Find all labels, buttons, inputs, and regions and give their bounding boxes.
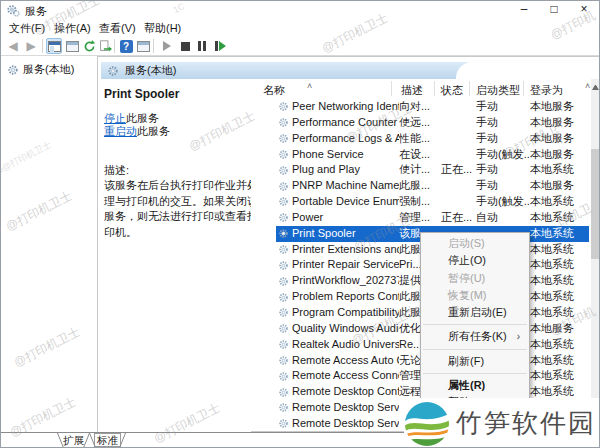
cell-logon: 本地系统 bbox=[530, 305, 589, 321]
cell-name: PrintWorkflow_20273729 bbox=[276, 273, 399, 289]
cell-logon: 本地系统 bbox=[530, 289, 589, 305]
menu-item[interactable]: 刷新(F) bbox=[421, 353, 529, 370]
start-service-icon[interactable] bbox=[159, 38, 175, 54]
table-row[interactable]: PNRP Machine Name Pu... 此服... 手动 本地服务 bbox=[276, 178, 589, 194]
tab-extended[interactable]: 扩展 bbox=[57, 433, 90, 448]
cell-logon: 本地系统 bbox=[530, 273, 589, 289]
menu-separator bbox=[423, 349, 527, 350]
cell-status: 正在... bbox=[441, 210, 476, 226]
gear-icon bbox=[278, 149, 289, 160]
help-icon[interactable]: ? bbox=[118, 38, 134, 54]
pause-service-icon[interactable] bbox=[194, 38, 210, 54]
table-row[interactable]: Portable Device Enumera... 强制... 手动(触发..… bbox=[276, 194, 589, 210]
cell-desc: 此服... bbox=[399, 178, 441, 194]
gear-icon bbox=[278, 371, 289, 382]
table-row[interactable]: Power 管理... 正在... 自动 本地系统 bbox=[276, 210, 589, 226]
toolbar: ◀ ▶ ? bbox=[1, 36, 599, 56]
restart-service-line: 重启动此服务 bbox=[104, 125, 170, 138]
col-header-desc[interactable]: 描述 bbox=[401, 83, 423, 98]
menu-item[interactable]: 所有任务(K)› bbox=[421, 328, 529, 345]
restart-service-icon[interactable] bbox=[212, 38, 228, 54]
gear-icon bbox=[278, 323, 289, 334]
cell-logon: 本地服务 bbox=[530, 99, 589, 115]
gear-icon bbox=[278, 339, 289, 350]
menu-help[interactable]: 帮助(H) bbox=[144, 21, 181, 36]
table-row[interactable]: Plug and Play 使计... 正在... 手动 本地系统 bbox=[276, 162, 589, 178]
cell-name: Printer Extensions and N... bbox=[276, 242, 399, 258]
maximize-button[interactable]: □ bbox=[539, 1, 569, 20]
service-info-pane: Print Spooler 停止此服务 重启动此服务 描述: 该服务在后台执行打… bbox=[101, 79, 251, 432]
menu-item: 启动(S) bbox=[421, 235, 529, 252]
cell-logon: 本地系统 bbox=[530, 210, 589, 226]
sort-ascending-icon: ˄ bbox=[307, 81, 312, 91]
cell-desc: 使远... bbox=[399, 115, 441, 131]
cell-logon: 本地系统 bbox=[530, 353, 589, 369]
restart-service-link[interactable]: 重启动 bbox=[104, 125, 137, 137]
stop-service-suffix: 此服务 bbox=[126, 112, 159, 124]
menu-item: 恢复(M) bbox=[421, 287, 529, 304]
minimize-button[interactable]: – bbox=[509, 1, 539, 20]
export-list-icon[interactable] bbox=[97, 38, 113, 54]
table-row[interactable]: Performance Logs & Aler... 性能... 手动 本地服务 bbox=[276, 131, 589, 147]
cell-status bbox=[441, 99, 476, 115]
menu-item[interactable]: 重新启动(E) bbox=[421, 304, 529, 321]
menu-separator bbox=[423, 373, 527, 374]
cell-name: Performance Logs & Aler... bbox=[276, 131, 399, 147]
cell-name: Remote Desktop Service... bbox=[276, 416, 399, 432]
cell-name: Print Spooler bbox=[276, 226, 399, 242]
table-row[interactable]: Performance Counter DL... 使远... 手动 本地服务 bbox=[276, 115, 589, 131]
cell-status bbox=[441, 131, 476, 147]
window-title: 服务 bbox=[25, 4, 47, 19]
menu-item: 暂停(U) bbox=[421, 270, 529, 287]
cell-logon: 本地服务 bbox=[530, 147, 589, 163]
gear-icon bbox=[278, 117, 289, 128]
stop-service-icon[interactable] bbox=[177, 38, 193, 54]
menu-separator bbox=[423, 324, 527, 325]
cell-logon: 本地服务 bbox=[530, 178, 589, 194]
cell-startup: 手动(触发... bbox=[476, 194, 530, 210]
vertical-scrollbar[interactable] bbox=[591, 79, 600, 432]
pane-header-title: 服务(本地) bbox=[125, 63, 176, 78]
cell-logon: 本地服务 bbox=[530, 131, 589, 147]
tab-standard[interactable]: 标准 bbox=[89, 433, 126, 448]
cell-logon: 本地系统 bbox=[530, 162, 589, 178]
col-header-logon[interactable]: 登录为 bbox=[530, 83, 563, 98]
cell-name: Phone Service bbox=[276, 147, 399, 163]
col-header-status[interactable]: 状态 bbox=[441, 83, 463, 98]
cell-logon: 本地系统 bbox=[530, 257, 589, 273]
menu-item[interactable]: 属性(R) bbox=[421, 377, 529, 394]
cell-name: Performance Counter DL... bbox=[276, 115, 399, 131]
menu-view[interactable]: 查看(V) bbox=[99, 21, 136, 36]
gear-icon bbox=[278, 260, 289, 271]
table-row[interactable]: Phone Service 在设... 手动(触发... 本地服务 bbox=[276, 147, 589, 163]
col-header-name[interactable]: 名称 bbox=[263, 83, 285, 98]
properties-window-icon[interactable] bbox=[64, 38, 80, 54]
refresh-icon[interactable] bbox=[81, 38, 97, 54]
gear-icon bbox=[278, 276, 289, 287]
list-header: 名称 ˄ 描述 状态 启动类型 登录为 ˄ bbox=[251, 79, 591, 99]
description-label: 描述: bbox=[104, 163, 129, 178]
cell-name: Problem Reports Control... bbox=[276, 289, 399, 305]
close-button[interactable]: × bbox=[569, 1, 599, 20]
table-row[interactable]: Peer Networking Identity... 向对... 手动 本地服… bbox=[276, 99, 589, 115]
cell-status: 正在... bbox=[441, 162, 476, 178]
description-text: 该服务在后台执行打印作业并处理与打印机的交互。如果关闭该服务，则无法进行打印或查… bbox=[104, 178, 262, 240]
cell-desc: 在设... bbox=[399, 147, 441, 163]
scrollbar-thumb[interactable] bbox=[591, 149, 600, 259]
back-icon[interactable]: ◀ bbox=[5, 38, 21, 54]
cell-logon: 本地系统 bbox=[530, 242, 589, 258]
show-action-pane-icon[interactable] bbox=[135, 38, 151, 54]
tree-item-services-local[interactable]: 服务(本地) bbox=[7, 62, 74, 77]
cell-status bbox=[441, 147, 476, 163]
col-header-startup[interactable]: 启动类型 bbox=[476, 83, 520, 98]
menu-file[interactable]: 文件(F) bbox=[9, 21, 45, 36]
scroll-up-icon[interactable] bbox=[592, 85, 599, 90]
cell-startup: 自动 bbox=[476, 210, 530, 226]
show-console-tree-icon[interactable] bbox=[46, 38, 62, 54]
forward-icon[interactable]: ▶ bbox=[23, 38, 39, 54]
menu-action[interactable]: 操作(A) bbox=[54, 21, 91, 36]
gear-icon bbox=[278, 212, 289, 223]
cell-desc: 管理... bbox=[399, 210, 441, 226]
menu-item[interactable]: 停止(O) bbox=[421, 252, 529, 269]
stop-service-link[interactable]: 停止 bbox=[104, 112, 126, 124]
